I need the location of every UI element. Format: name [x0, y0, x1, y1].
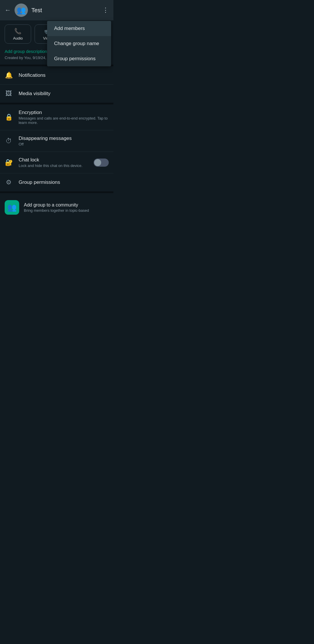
image-icon: 🖼: [5, 90, 13, 97]
group-permissions-title: Group permissions: [19, 179, 109, 185]
gear-icon: ⚙: [5, 179, 13, 186]
chat-lock-icon: 🔐: [5, 159, 13, 166]
bell-icon: 🔔: [5, 72, 13, 79]
audio-label: Audio: [13, 36, 23, 40]
chat-lock-toggle[interactable]: [94, 159, 109, 167]
chat-lock-subtitle: Lock and hide this chat on this device.: [19, 163, 88, 168]
dropdown-menu: Add members Change group name Group perm…: [47, 21, 111, 66]
more-options-button[interactable]: ⋮: [102, 6, 109, 14]
community-item[interactable]: 👥 Add group to a community Bring members…: [0, 195, 113, 220]
disappearing-messages-item[interactable]: ⏱ Disappearing messages Off: [0, 130, 113, 152]
encryption-subtitle: Messages and calls are end-to-end encryp…: [19, 116, 109, 125]
encryption-item[interactable]: 🔒 Encryption Messages and calls are end-…: [0, 104, 113, 130]
header: ← 👥 Test ⋮: [0, 0, 113, 20]
community-subtitle: Bring members together in topic-based: [24, 208, 109, 213]
divider-3: [0, 191, 113, 193]
encryption-title: Encryption: [19, 110, 109, 115]
dropdown-add-members[interactable]: Add members: [47, 21, 111, 36]
chat-lock-item[interactable]: 🔐 Chat lock Lock and hide this chat on t…: [0, 152, 113, 173]
group-avatar-icon: 👥: [17, 6, 26, 15]
media-visibility-item[interactable]: 🖼 Media visibility: [0, 85, 113, 103]
toggle-knob: [94, 159, 101, 166]
disappearing-messages-subtitle: Off: [19, 142, 109, 146]
header-title: Test: [31, 7, 99, 14]
dropdown-change-group-name[interactable]: Change group name: [47, 36, 111, 51]
phone-icon: 📞: [14, 28, 22, 35]
audio-call-button[interactable]: 📞 Audio: [5, 24, 31, 44]
media-visibility-title: Media visibility: [19, 91, 109, 97]
dropdown-group-permissions[interactable]: Group permissions: [47, 51, 111, 66]
group-permissions-item[interactable]: ⚙ Group permissions: [0, 173, 113, 191]
disappearing-messages-title: Disappearing messages: [19, 136, 109, 141]
settings-section: 🔔 Notifications 🖼 Media visibility: [0, 66, 113, 103]
community-icon: 👥: [7, 203, 17, 212]
timer-icon: ⏱: [5, 137, 13, 145]
lock-icon: 🔒: [5, 113, 13, 121]
community-icon-box: 👥: [5, 200, 19, 215]
community-title: Add group to a community: [24, 202, 109, 208]
notifications-item[interactable]: 🔔 Notifications: [0, 66, 113, 85]
notifications-title: Notifications: [19, 72, 109, 78]
chat-lock-title: Chat lock: [19, 157, 88, 163]
security-section: 🔒 Encryption Messages and calls are end-…: [0, 104, 113, 191]
back-button[interactable]: ←: [5, 6, 11, 14]
avatar: 👥: [15, 3, 28, 17]
community-section: 👥 Add group to a community Bring members…: [0, 195, 113, 220]
